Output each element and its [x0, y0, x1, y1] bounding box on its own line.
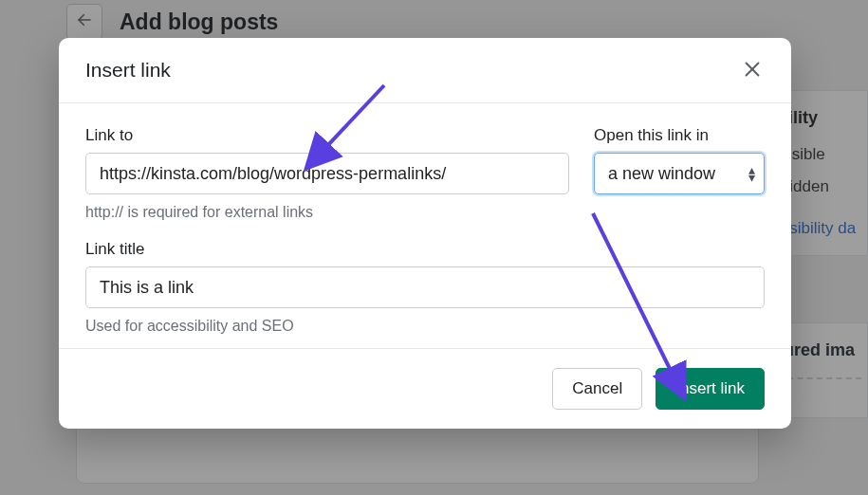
link-to-field: Link to http:// is required for external… [85, 126, 569, 221]
cancel-button[interactable]: Cancel [552, 368, 642, 410]
close-button[interactable] [742, 59, 765, 82]
link-title-label: Link title [85, 240, 765, 259]
link-title-input[interactable] [85, 266, 765, 308]
open-in-select[interactable]: ▴▾ [594, 153, 765, 194]
link-title-field: Link title Used for accessibility and SE… [85, 240, 765, 335]
link-to-label: Link to [85, 126, 569, 145]
open-in-label: Open this link in [594, 126, 765, 145]
select-sort-icon: ▴▾ [748, 166, 755, 181]
close-icon [742, 59, 763, 80]
modal-footer: Cancel Insert link [59, 348, 791, 429]
link-to-helper: http:// is required for external links [85, 204, 569, 221]
insert-link-modal: Insert link Link to http:// is required … [59, 38, 791, 429]
modal-body: Link to http:// is required for external… [59, 103, 791, 348]
insert-link-button[interactable]: Insert link [656, 368, 765, 410]
modal-title: Insert link [85, 59, 171, 82]
link-to-input[interactable] [85, 153, 569, 194]
open-in-value[interactable] [594, 153, 765, 194]
modal-header: Insert link [59, 38, 791, 103]
link-title-helper: Used for accessibility and SEO [85, 318, 765, 335]
open-in-field: Open this link in ▴▾ [594, 126, 765, 221]
